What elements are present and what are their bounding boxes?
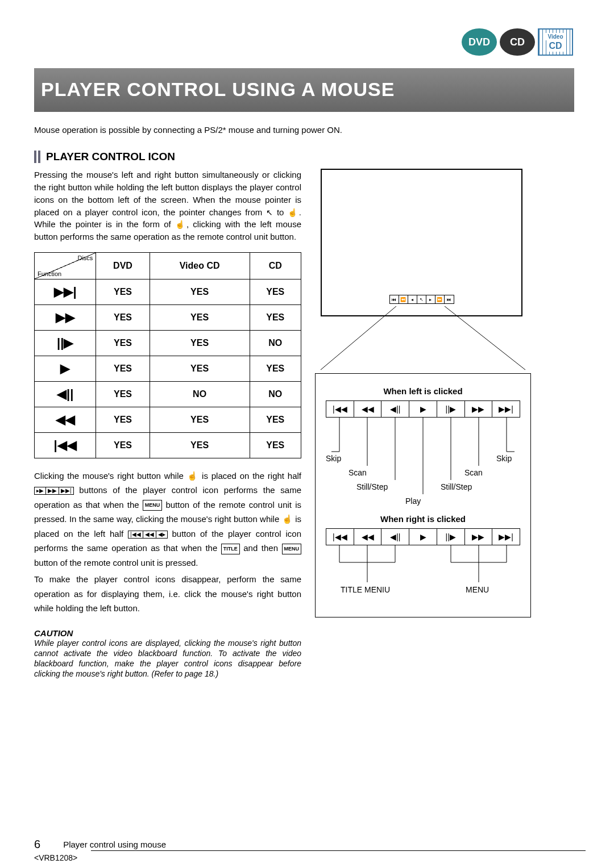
skip-back-icon: |◀◀ [35, 432, 96, 458]
mini-pointer-icon: ↖ [417, 295, 426, 303]
left-click-tree: Skip Scan Still/Step Play Still/Step Sca… [326, 418, 520, 514]
right-click-title: When right is clicked [326, 514, 520, 524]
section-heading: PLAYER CONTROL ICON [34, 151, 580, 163]
caution-heading: CAUTION [34, 628, 301, 638]
table-row: ◀||YESNONO [35, 381, 301, 407]
cell: YES [96, 356, 150, 381]
hand-pointer-icon: ☝ [288, 208, 299, 217]
screen-illustration: ⏮ ⏪ ◂ ↖ ▸ ⏩ ⏭ [321, 169, 522, 316]
label-still-l: Still/Step [356, 482, 388, 491]
paragraph-1: Pressing the mouse's left and right butt… [34, 169, 301, 243]
title-button-icon: TITLE [221, 544, 240, 554]
table-row: ◀◀YESYESYES [35, 407, 301, 432]
p2a: Clicking the mouse's right button while [34, 471, 187, 481]
right-click-tree: TITLE MENIU MENU [326, 545, 520, 602]
media-logos: DVD CD Video CD [462, 28, 573, 56]
play-icon: ▶ [409, 529, 437, 545]
cell: NO [150, 381, 250, 407]
mini-step-fwd-icon: ▸ [426, 295, 435, 303]
cell: YES [150, 279, 250, 304]
svg-line-0 [321, 306, 396, 370]
skip-back-icon: |◀◀ [326, 401, 354, 417]
table-row: |◀◀YESYESYES [35, 432, 301, 458]
label-skip-r: Skip [496, 454, 512, 463]
right-column: ⏮ ⏪ ◂ ↖ ▸ ⏩ ⏭ When left is clicked |◀◀ ◀… [315, 169, 580, 617]
title-bar: PLAYER CONTROL USING A MOUSE [34, 68, 574, 112]
skip-fwd-icon: ▶▶| [492, 529, 520, 545]
table-row: ||▶YESYESNO [35, 330, 301, 356]
mini-icon-strip: ⏮ ⏪ ◂ ↖ ▸ ⏩ ⏭ [389, 295, 454, 304]
intro-text: Mouse operation is possible by connectin… [34, 124, 351, 136]
page-number: 6 [34, 838, 40, 851]
zoom-callout-lines [315, 316, 531, 373]
step-fwd-icon: ||▶ [35, 330, 96, 356]
label-skip-l: Skip [326, 454, 341, 463]
icon-strip-left: |◀◀ ◀◀ ◀|| ▶ ||▶ ▶▶ ▶▶| [326, 400, 520, 418]
cell: YES [250, 407, 301, 432]
dvd-logo: DVD [462, 28, 497, 56]
skip-back-icon: |◀◀ [326, 529, 354, 545]
label-scan-r: Scan [464, 468, 483, 477]
step-back-icon: ◀|| [381, 529, 409, 545]
fast-fwd-icon: ▶▶ [35, 304, 96, 330]
menu-button-icon: MENU [282, 544, 302, 554]
subheading-text: PLAYER CONTROL ICON [46, 151, 175, 163]
label-play: Play [405, 496, 421, 506]
label-still-r: Still/Step [441, 482, 472, 491]
mini-skip-fwd-icon: ⏭ [445, 295, 454, 303]
left-click-title: When left is clicked [326, 386, 520, 396]
cell: YES [96, 330, 150, 356]
col-vcd: Video CD [150, 252, 250, 279]
p1b: to [277, 207, 288, 217]
mini-ffwd-icon: ⏩ [435, 295, 445, 303]
skip-fwd-icon: ▶▶| [492, 401, 520, 417]
mini-skip-back-icon: ⏮ [390, 295, 399, 303]
cell: NO [250, 330, 301, 356]
col-dvd: DVD [96, 252, 150, 279]
left-column: Pressing the mouse's left and right butt… [34, 169, 301, 679]
video-cd-logo: Video CD [538, 28, 573, 56]
p2g: and then [243, 543, 281, 553]
arrow-pointer-icon: ↖ [266, 208, 273, 217]
cell: YES [96, 381, 150, 407]
icon-strip-right: |◀◀ ◀◀ ◀|| ▶ ||▶ ▶▶ ▶▶| [326, 528, 520, 545]
page-title: PLAYER CONTROL USING A MOUSE [41, 78, 567, 101]
play-icon: ▶ [35, 356, 96, 381]
cell: YES [96, 279, 150, 304]
click-diagram: When left is clicked |◀◀ ◀◀ ◀|| ▶ ||▶ ▶▶… [315, 373, 531, 617]
cell: YES [150, 304, 250, 330]
step-back-icon: ◀|| [35, 381, 96, 407]
footer: 6 Player control using mouse [34, 838, 166, 851]
hand-pointer-icon: ☝ [187, 471, 199, 481]
table-row: ▶▶YESYESYES [35, 304, 301, 330]
cell: YES [96, 432, 150, 458]
label-menu: MENU [466, 585, 489, 594]
cell: NO [250, 381, 301, 407]
col-cd: CD [250, 252, 301, 279]
left-half-buttons-icon: |◀◀◀◀◀▸ [128, 531, 168, 539]
fast-fwd-icon: ▶▶ [465, 401, 493, 417]
p1a: Pressing the mouse's left and right butt… [34, 170, 301, 216]
footer-caption: Player control using mouse [63, 840, 166, 849]
function-table: Discs Function DVD Video CD CD ▶▶|YESYES… [34, 252, 301, 458]
table-corner: Discs Function [35, 252, 96, 279]
label-scan-l: Scan [349, 468, 367, 477]
hdr-function: Function [38, 270, 61, 277]
hdr-discs: Discs [77, 254, 93, 261]
caution-text: While player control icons are displayed… [34, 638, 301, 679]
vcd-bot: CD [549, 41, 562, 51]
step-fwd-icon: ||▶ [437, 401, 465, 417]
cell: YES [250, 304, 301, 330]
fast-fwd-icon: ▶▶ [465, 529, 493, 545]
play-icon: ▶ [409, 401, 437, 417]
menu-button-icon: MENU [143, 500, 163, 511]
document-id: <VRB1208> [34, 853, 77, 862]
cell: YES [150, 432, 250, 458]
rewind-icon: ◀◀ [354, 401, 382, 417]
svg-line-1 [445, 306, 525, 370]
mini-step-back-icon: ◂ [408, 295, 417, 303]
p2h: button of the remote control unit is pre… [34, 558, 198, 567]
hand-pointer-icon: ☝ [282, 514, 293, 524]
rewind-icon: ◀◀ [354, 529, 382, 545]
p2b: is placed on the right half [202, 471, 301, 481]
